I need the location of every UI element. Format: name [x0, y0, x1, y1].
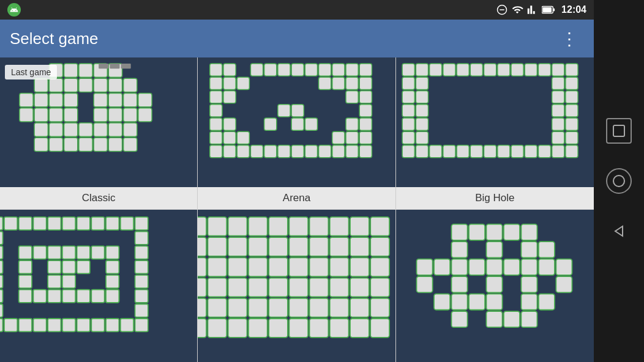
svg-rect-159 [106, 217, 119, 230]
svg-rect-232 [228, 257, 247, 276]
svg-rect-151 [0, 217, 3, 230]
svg-rect-178 [135, 319, 148, 331]
svg-rect-228 [350, 237, 369, 256]
svg-rect-280 [416, 259, 432, 275]
game-grid: Last game [0, 57, 594, 362]
svg-rect-21 [64, 93, 78, 106]
game-thumbnail-arena [198, 57, 395, 187]
svg-rect-20 [49, 93, 62, 106]
bighole-label: Big Hole [475, 187, 514, 209]
svg-rect-140 [443, 145, 455, 157]
svg-rect-19 [34, 93, 48, 106]
svg-rect-293 [556, 276, 572, 292]
svg-rect-39 [108, 123, 122, 136]
svg-rect-188 [62, 246, 75, 259]
svg-rect-184 [0, 304, 3, 317]
svg-rect-66 [319, 77, 331, 89]
game-thumbnail-spiral [0, 210, 197, 362]
svg-rect-249 [371, 278, 390, 297]
svg-rect-286 [521, 259, 537, 275]
svg-rect-241 [208, 278, 227, 297]
svg-rect-160 [121, 217, 133, 230]
svg-rect-277 [486, 242, 502, 257]
svg-rect-56 [278, 64, 290, 76]
svg-rect-186 [33, 246, 46, 259]
svg-rect-43 [64, 138, 78, 151]
svg-rect-267 [330, 319, 349, 338]
svg-rect-208 [77, 260, 90, 273]
svg-rect-180 [0, 246, 3, 259]
svg-rect-205 [62, 275, 75, 288]
svg-rect-255 [290, 298, 309, 317]
svg-rect-132 [552, 118, 564, 130]
svg-rect-136 [552, 131, 564, 144]
phone-area: 12:04 Select game ⋮ Last game [0, 0, 594, 362]
svg-rect-234 [269, 257, 288, 276]
svg-rect-235 [290, 257, 309, 276]
svg-rect-193 [106, 275, 119, 288]
svg-rect-60 [332, 64, 345, 76]
svg-rect-69 [360, 77, 372, 89]
nav-back-button[interactable] [606, 218, 632, 244]
svg-rect-96 [278, 145, 290, 157]
svg-rect-166 [135, 289, 148, 302]
game-cell-arena[interactable]: Arena [198, 57, 395, 210]
svg-rect-149 [566, 145, 578, 157]
svg-rect-89 [346, 131, 358, 144]
full-preview [198, 210, 395, 362]
svg-rect-130 [416, 118, 428, 130]
svg-rect-238 [350, 257, 369, 276]
svg-rect-99 [319, 145, 331, 157]
game-cell-full[interactable] [198, 210, 395, 362]
game-cell-classic[interactable]: Last game [0, 57, 198, 210]
svg-rect-15 [94, 78, 107, 92]
svg-rect-294 [434, 294, 450, 309]
svg-rect-190 [91, 246, 104, 259]
svg-rect-220 [198, 237, 206, 256]
svg-rect-289 [416, 276, 432, 292]
nav-square-button[interactable] [606, 118, 632, 144]
dnd-icon [496, 4, 507, 15]
svg-rect-182 [0, 275, 3, 288]
nav-circle-button[interactable] [606, 168, 632, 194]
svg-rect-250 [198, 298, 206, 317]
svg-rect-55 [264, 64, 277, 76]
svg-rect-211 [208, 217, 227, 236]
svg-rect-34 [34, 123, 48, 136]
svg-rect-68 [346, 77, 358, 89]
svg-rect-164 [135, 260, 148, 273]
svg-rect-14 [79, 78, 92, 92]
more-menu-button[interactable]: ⋮ [556, 24, 584, 54]
svg-rect-163 [135, 246, 148, 259]
svg-rect-187 [48, 246, 61, 259]
signal-icon [527, 4, 538, 15]
svg-rect-240 [198, 278, 206, 297]
game-cell-spiral[interactable] [0, 210, 198, 362]
game-cell-bighole[interactable]: Big Hole [396, 57, 594, 210]
svg-rect-253 [249, 298, 268, 317]
svg-rect-183 [0, 289, 3, 302]
svg-rect-49 [110, 64, 119, 68]
svg-rect-95 [264, 145, 277, 157]
svg-rect-48 [99, 64, 108, 68]
svg-rect-84 [360, 118, 372, 130]
svg-rect-170 [19, 319, 32, 331]
svg-rect-131 [566, 118, 578, 130]
svg-rect-162 [135, 231, 148, 244]
svg-rect-91 [210, 145, 222, 157]
game-thumbnail-classic: Last game [0, 57, 197, 187]
svg-rect-16 [108, 78, 122, 92]
svg-rect-282 [451, 259, 467, 275]
svg-rect-147 [538, 145, 550, 157]
svg-rect-285 [504, 259, 520, 275]
svg-rect-260 [198, 319, 206, 338]
svg-rect-26 [20, 108, 33, 121]
svg-rect-137 [402, 145, 414, 157]
game-cell-cross[interactable] [396, 210, 594, 362]
svg-rect-266 [310, 319, 329, 338]
svg-rect-271 [451, 224, 467, 240]
svg-rect-142 [470, 145, 482, 157]
svg-rect-133 [402, 131, 414, 144]
svg-rect-8 [79, 64, 92, 77]
svg-rect-46 [108, 138, 122, 151]
